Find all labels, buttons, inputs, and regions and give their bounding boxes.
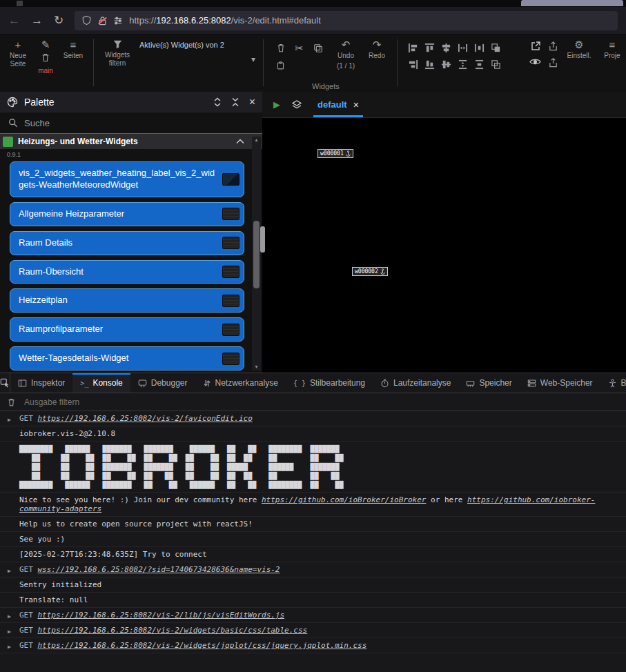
collapse-all-icon[interactable]	[231, 97, 239, 107]
canvas-widget-chip[interactable]: w000002	[352, 267, 388, 276]
lock-icon[interactable]	[98, 16, 107, 26]
devtools-tab-laufzeitanalyse[interactable]: Laufzeitanalyse	[373, 373, 458, 393]
console-log-row[interactable]: ▶GET https://192.168.6.25:8082/vis-2/wid…	[0, 623, 626, 638]
open-in-new-icon[interactable]	[530, 41, 541, 52]
new-page-button[interactable]: + Neue Seite	[6, 39, 30, 68]
projects-button[interactable]: ≡ Proje	[600, 39, 625, 68]
undo-button[interactable]: ↶ Undo (1 / 1)	[333, 39, 358, 70]
expand-all-icon[interactable]	[213, 97, 222, 107]
delete-page-icon[interactable]	[41, 52, 50, 63]
active-widgets-select[interactable]: Aktive(s) Widget(s) von 2 ▾	[139, 39, 255, 85]
browser-active-tab[interactable]	[521, 0, 623, 6]
devtools-tab-label: Konsole	[92, 378, 122, 388]
align-left-icon[interactable]	[408, 43, 418, 53]
rename-page-icon[interactable]: ✎	[41, 39, 50, 50]
console-log-row[interactable]: ▶GET https://192.168.6.25:8082/vis-2/fav…	[0, 411, 626, 426]
widget-preview-thumbnail	[222, 266, 239, 278]
plus-icon: +	[15, 39, 21, 50]
equal-width-icon[interactable]	[458, 43, 468, 53]
scroll-up-icon[interactable]: ▴	[252, 137, 261, 144]
close-palette-icon[interactable]: ×	[249, 96, 255, 108]
filter-widgets-button[interactable]: Widgets filtern	[101, 39, 133, 67]
pick-element-button[interactable]	[0, 373, 10, 393]
preview-eye-icon[interactable]	[529, 57, 541, 66]
run-view-icon[interactable]: ▶	[273, 99, 280, 110]
delete-widget-icon[interactable]	[276, 43, 286, 53]
equal-height-icon[interactable]	[458, 59, 468, 70]
canvas-widget-chip[interactable]: w000001	[317, 149, 353, 158]
align-center-vertical-icon[interactable]	[441, 59, 451, 70]
align-top-icon[interactable]	[424, 43, 435, 53]
palette-widget-button[interactable]: Allgemeine Heizparameter	[10, 202, 244, 226]
devtools-tab-netzwerkanalyse[interactable]: Netzwerkanalyse	[195, 373, 286, 393]
scrollbar-thumb[interactable]	[253, 221, 260, 288]
paste-icon[interactable]	[276, 61, 285, 70]
console-log-row[interactable]: ▶GET https://192.168.6.25:8082/vis-2/wid…	[0, 638, 626, 653]
layers-icon[interactable]	[291, 99, 302, 110]
expand-triangle-icon[interactable]: ▶	[8, 566, 11, 575]
devtools-tab-debugger[interactable]: Debugger	[130, 373, 195, 393]
log-link[interactable]: wss://192.168.6.25:8082/?sid=17406734286…	[38, 565, 280, 574]
copy-icon[interactable]	[313, 43, 323, 53]
distribute-horizontal-icon[interactable]	[474, 43, 485, 53]
clone-size-alt-icon[interactable]	[491, 59, 501, 70]
log-link[interactable]: https://github.com/ioBroker/ioBroker	[262, 495, 426, 504]
panel-resize-handle[interactable]	[260, 226, 265, 253]
forward-button[interactable]: →	[31, 14, 43, 26]
canvas-area[interactable]: w000001w000002	[262, 118, 626, 373]
permissions-sliders-icon[interactable]	[113, 16, 123, 26]
align-bottom-icon[interactable]	[424, 59, 435, 70]
devtools-tab-konsole[interactable]: >_ Konsole	[72, 373, 130, 393]
active-widgets-label: Aktive(s) Widget(s) von 2	[139, 41, 224, 49]
view-tab-default[interactable]: default ×	[313, 92, 363, 117]
console-log-row: Translate: null	[0, 593, 626, 608]
devtools-tab-inspektor[interactable]: Inspektor	[10, 373, 72, 393]
devtools-tab-stilbearbeitung[interactable]: { } Stilbearbeitung	[286, 373, 373, 393]
devtools-tab-barrierefreiheit[interactable]: Barrie	[600, 373, 626, 393]
console-log-row[interactable]: ▶GET https://192.168.6.25:8082/vis-2/lib…	[0, 608, 626, 623]
pages-button[interactable]: ≡ Seiten	[61, 39, 86, 60]
log-link[interactable]: https://192.168.6.25:8082/vis-2/lib/js/v…	[38, 611, 285, 620]
reload-button[interactable]: ↻	[54, 14, 63, 26]
devtools-tab-speicher[interactable]: Speicher	[458, 373, 519, 393]
url-bar[interactable]: https://192.168.6.25:8082/vis-2/edit.htm…	[75, 11, 618, 30]
align-right-icon[interactable]	[408, 59, 418, 70]
url-text[interactable]: https://192.168.6.25:8082/vis-2/edit.htm…	[129, 15, 321, 26]
devtools-tab-web-speicher[interactable]: Web-Speicher	[520, 373, 600, 393]
palette-widget-button[interactable]: vis_2_widgets_weather_heating_label_vis_…	[10, 161, 244, 197]
log-link[interactable]: https://192.168.6.25:8082/vis-2/widgets/…	[38, 641, 367, 650]
expand-triangle-icon[interactable]: ▶	[8, 627, 11, 636]
log-link[interactable]: https://192.168.6.25:8082/vis-2/widgets/…	[38, 626, 308, 635]
settings-button[interactable]: ⚙ Einstell.	[565, 39, 593, 68]
projects-menu-icon: ≡	[609, 39, 616, 50]
close-view-icon[interactable]: ×	[353, 99, 359, 110]
import-widgets-icon[interactable]	[548, 57, 558, 68]
palette-widget-button[interactable]: Heizzeitplan	[10, 288, 244, 313]
log-link[interactable]: https://192.168.6.25:8082/vis-2/faviconE…	[38, 414, 253, 423]
expand-triangle-icon[interactable]: ▶	[8, 642, 11, 651]
widgets-group-caption: Widgets	[312, 82, 340, 90]
distribute-vertical-icon[interactable]	[474, 59, 485, 70]
expand-triangle-icon[interactable]: ▶	[8, 612, 11, 621]
clone-size-icon[interactable]	[491, 43, 501, 53]
back-button[interactable]: ←	[8, 14, 20, 26]
palette-widget-button[interactable]: Raum-Übersicht	[10, 260, 244, 284]
export-widgets-icon[interactable]	[548, 41, 558, 52]
clear-console-icon[interactable]	[7, 397, 16, 407]
widget-preview-thumbnail	[222, 353, 239, 365]
scroll-down-icon[interactable]: ▾	[252, 364, 261, 370]
palette-widget-button[interactable]: Raumprofilparameter	[10, 317, 244, 342]
palette-widget-button[interactable]: Raum Details	[10, 231, 244, 255]
palette-scrollbar[interactable]: ▴ ▾	[252, 137, 261, 370]
console-log-row[interactable]: ▶GET wss://192.168.6.25:8082/?sid=174067…	[0, 562, 626, 577]
cut-icon[interactable]: ✂	[295, 43, 304, 53]
search-input[interactable]	[24, 118, 217, 128]
redo-button[interactable]: ↷ Redo	[364, 39, 389, 60]
console-filter-input[interactable]: Ausgabe filtern	[24, 397, 79, 407]
expand-triangle-icon[interactable]: ▶	[8, 415, 11, 424]
shield-icon[interactable]	[81, 15, 92, 26]
chevron-up-icon[interactable]	[236, 139, 244, 144]
widget-set-section-header[interactable]: Heizungs- und Wetter-Widgets	[0, 134, 262, 149]
palette-widget-button[interactable]: Wetter-Tagesdetails-Widget	[10, 346, 244, 370]
align-center-horizontal-icon[interactable]	[441, 43, 451, 53]
